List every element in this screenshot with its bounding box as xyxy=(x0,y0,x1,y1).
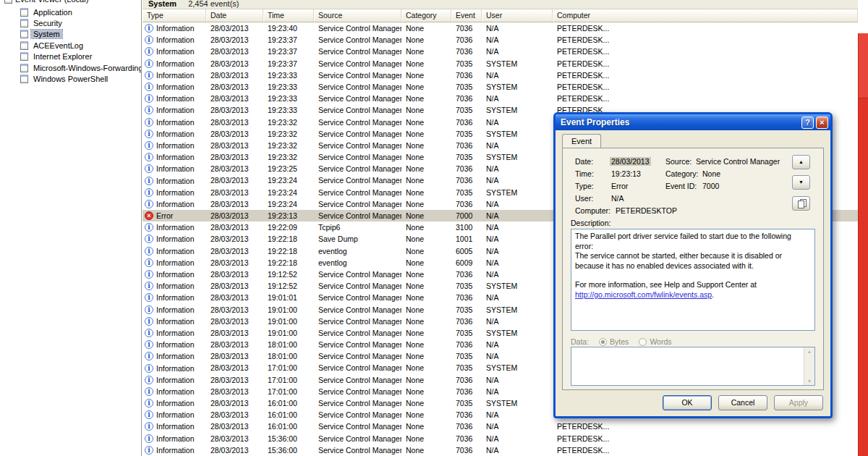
sidebar-item-application[interactable]: Application xyxy=(0,7,141,17)
event-cell: 6009 xyxy=(451,257,482,269)
category-cell: None xyxy=(401,292,451,303)
table-row[interactable]: iInformation28/03/201315:36:00Service Co… xyxy=(142,444,858,456)
sidebar-item-aceeventlog[interactable]: ACEEventLog xyxy=(0,40,141,51)
information-icon: i xyxy=(145,59,153,68)
description-text: The Parallel port driver service failed … xyxy=(575,232,811,271)
information-icon: i xyxy=(145,164,153,173)
data-box[interactable]: ▲ ▼ xyxy=(571,347,815,386)
information-icon: i xyxy=(145,376,153,384)
category-cell: None xyxy=(401,117,451,128)
computer-cell: PETERDESK... xyxy=(553,46,858,57)
sidebar-item-microsoft-windows-forwarding[interactable]: Microsoft-Windows-Forwarding/ xyxy=(0,62,141,73)
column-header-type[interactable]: Type xyxy=(142,9,206,22)
user-cell: N/A xyxy=(482,316,553,327)
event-cell: 7036 xyxy=(451,433,482,444)
event-log-icon xyxy=(20,19,28,28)
user-cell: N/A xyxy=(482,374,553,386)
date-value: 28/03/2013 xyxy=(610,157,651,166)
bytes-radio[interactable]: Bytes xyxy=(599,337,629,346)
time-cell: 15:36:00 xyxy=(263,444,314,456)
event-log-icon xyxy=(20,52,28,61)
source-cell: Service Control Manager xyxy=(314,327,401,339)
time-cell: 19:01:00 xyxy=(263,304,314,316)
table-row[interactable]: iInformation28/03/201319:23:37Service Co… xyxy=(142,58,858,69)
event-cell: 7035 xyxy=(451,350,482,362)
table-row[interactable]: iInformation28/03/201319:23:40Service Co… xyxy=(142,22,858,34)
time-cell: 19:23:32 xyxy=(263,128,314,140)
date-cell: 28/03/2013 xyxy=(206,69,263,81)
column-header-time[interactable]: Time xyxy=(263,9,314,22)
time-cell: 19:01:00 xyxy=(263,316,314,327)
help-button[interactable]: ? xyxy=(801,117,814,129)
tab-event[interactable]: Event xyxy=(562,134,601,148)
table-row[interactable]: iInformation28/03/201319:23:37Service Co… xyxy=(142,34,858,46)
words-radio[interactable]: Words xyxy=(639,337,671,346)
category-cell: None xyxy=(401,257,451,269)
column-header-computer[interactable]: Computer xyxy=(553,9,858,22)
table-row[interactable]: iInformation28/03/201319:23:37Service Co… xyxy=(142,46,858,57)
apply-button[interactable]: Apply xyxy=(774,395,823,410)
source-cell: Service Control Manager xyxy=(314,304,401,316)
close-icon[interactable]: × xyxy=(816,117,828,129)
cancel-button[interactable]: Cancel xyxy=(718,395,767,410)
column-header-user[interactable]: User xyxy=(482,9,553,22)
table-row[interactable]: iInformation28/03/201319:23:33Service Co… xyxy=(142,69,858,81)
table-row[interactable]: iInformation28/03/201315:36:00Service Co… xyxy=(142,433,858,444)
sidebar-item-internet-explorer[interactable]: Internet Explorer xyxy=(0,51,141,62)
dialog-title-bar[interactable]: Event Properties ? × xyxy=(556,114,830,130)
user-cell: SYSTEM xyxy=(482,327,553,339)
category-cell: None xyxy=(401,22,451,34)
type-label: Information xyxy=(156,104,195,116)
tree-root-event-viewer[interactable]: Event Viewer (Local) xyxy=(0,0,141,5)
sidebar-item-label: Windows PowerShell xyxy=(31,75,110,83)
radio-icon xyxy=(599,338,607,346)
sidebar-item-label: System xyxy=(31,30,62,38)
event-cell: 7036 xyxy=(451,140,482,151)
tree-root-label: Event Viewer (Local) xyxy=(15,0,88,4)
table-row[interactable]: iInformation28/03/201316:01:00Service Co… xyxy=(142,421,858,432)
time-cell: 19:22:09 xyxy=(263,221,314,233)
time-cell: 19:23:37 xyxy=(263,34,314,46)
type-cell: iInformation xyxy=(142,280,206,292)
user-cell: SYSTEM xyxy=(482,304,553,316)
column-header-event[interactable]: Event xyxy=(451,9,482,22)
source-cell: Service Control Manager xyxy=(314,163,401,174)
user-cell: N/A xyxy=(482,46,553,57)
category-cell: None xyxy=(401,221,451,233)
scrollbar-thumb[interactable] xyxy=(859,33,868,98)
date-cell: 28/03/2013 xyxy=(206,163,263,174)
table-row[interactable]: iInformation28/03/201319:23:33Service Co… xyxy=(142,81,858,93)
column-header-date[interactable]: Date xyxy=(206,9,263,22)
copy-event-button[interactable] xyxy=(792,196,810,211)
column-header-category[interactable]: Category xyxy=(401,9,451,22)
information-icon: i xyxy=(145,118,153,127)
previous-event-button[interactable]: ▲ xyxy=(792,155,810,169)
column-header-source[interactable]: Source xyxy=(314,9,401,22)
next-event-button[interactable]: ▼ xyxy=(792,175,810,190)
type-cell: iInformation xyxy=(142,350,206,362)
information-icon: i xyxy=(145,258,153,267)
computer-cell: PETERDESK... xyxy=(553,421,858,432)
category-cell: None xyxy=(401,34,451,46)
type-label: Information xyxy=(156,386,195,397)
sidebar-item-security[interactable]: Security xyxy=(0,17,141,28)
data-box-scrollbar[interactable]: ▲ ▼ xyxy=(804,347,814,385)
category-cell: None xyxy=(401,421,451,432)
sidebar-item-system[interactable]: System xyxy=(0,29,141,40)
user-cell: N/A xyxy=(482,174,553,186)
date-cell: 28/03/2013 xyxy=(206,374,263,386)
date-cell: 28/03/2013 xyxy=(206,151,263,163)
type-cell: iInformation xyxy=(142,386,206,397)
vertical-scrollbar[interactable] xyxy=(858,33,868,456)
information-icon: i xyxy=(145,422,153,431)
sidebar-item-windows-powershell[interactable]: Windows PowerShell xyxy=(0,73,141,84)
description-box[interactable]: The Parallel port driver service failed … xyxy=(571,229,815,331)
events-help-link[interactable]: http://go.microsoft.com/fwlink/events.as… xyxy=(575,290,712,299)
source-cell: Service Control Manager xyxy=(314,362,401,373)
type-label: Information xyxy=(156,163,195,174)
table-row[interactable]: iInformation28/03/201319:23:33Service Co… xyxy=(142,93,858,104)
ok-button[interactable]: OK xyxy=(663,395,712,410)
type-cell: iInformation xyxy=(142,433,206,444)
time-cell: 19:22:18 xyxy=(263,233,314,245)
time-cell: 19:23:33 xyxy=(263,81,314,93)
